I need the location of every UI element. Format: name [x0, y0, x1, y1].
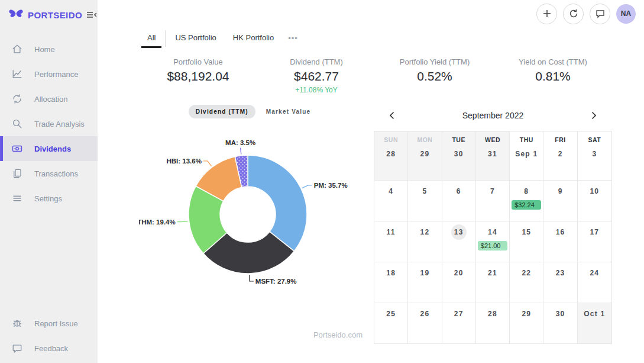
calendar-day-number: Sep 1	[515, 146, 538, 162]
toggle-market-value[interactable]: Market Value	[259, 105, 318, 118]
sidebar-item-settings[interactable]: Settings	[0, 186, 98, 211]
calendar-day-cell: 20	[442, 262, 476, 303]
sidebar-item-label: Transactions	[34, 169, 78, 178]
stat-yield-on-cost-ttm: Yield on Cost (TTM)0.81%	[494, 57, 612, 94]
donut-label-line	[177, 221, 188, 221]
calendar-day-number: 21	[485, 265, 500, 281]
messages-button[interactable]	[590, 4, 610, 24]
sidebar-item-trade-analysis[interactable]: Trade Analysis	[0, 111, 98, 136]
transactions-icon	[11, 168, 23, 179]
sidebar-item-transactions[interactable]: Transactions	[0, 161, 98, 186]
calendar-day-cell: 14$21.00	[476, 221, 510, 262]
tab-all[interactable]: All	[139, 28, 164, 48]
calendar-prev-icon[interactable]	[388, 111, 396, 120]
tabs-overflow-icon[interactable]: •••	[282, 29, 304, 47]
tab-us-portfolio[interactable]: US Portfolio	[167, 28, 224, 48]
dividend-amount-badge[interactable]: $32.24	[512, 200, 541, 210]
calendar-day-header-thu: THU	[510, 131, 543, 143]
donut-label-line	[250, 275, 254, 281]
refresh-button[interactable]	[563, 4, 584, 24]
calendar-day-cell: 11	[374, 221, 408, 262]
donut-slice-pm[interactable]	[248, 155, 307, 251]
sidebar-collapse-icon[interactable]	[86, 11, 97, 19]
stat-label: Portfolio Value	[139, 57, 257, 66]
add-button[interactable]	[536, 4, 557, 24]
calendar-day-cell: 29	[408, 143, 442, 180]
stat-value: 0.81%	[494, 69, 612, 83]
calendar-next-icon[interactable]	[590, 111, 598, 120]
calendar-day-number: 14	[485, 224, 500, 240]
stat-label: Dividend (TTM)	[257, 57, 376, 66]
calendar-day-cell: 25	[374, 303, 408, 343]
main-content: NA AllUS PortfolioHK Portfolio••• Portfo…	[98, 0, 644, 363]
donut-label-msft: MSFT: 27.9%	[255, 278, 297, 285]
calendar-day-number: 6	[451, 184, 467, 199]
calendar-day-number: 2	[553, 146, 568, 162]
calendar-day-cell: 17	[578, 221, 611, 262]
calendar-day-cell: 13	[442, 221, 476, 262]
calendar-day-header-wed: WED	[476, 131, 510, 143]
calendar-day-cell: 23	[543, 262, 577, 303]
donut-label-line	[302, 185, 312, 188]
stat-dividend-ttm: Dividend (TTM)$462.77+11.08% YoY	[257, 57, 376, 94]
refresh-icon	[569, 9, 578, 18]
stat-value: $462.77	[257, 69, 376, 83]
toggle-dividend-ttm[interactable]: Dividend (TTM)	[189, 105, 255, 118]
calendar-day-cell: Oct 1	[578, 303, 611, 343]
calendar-day-cell: 28	[374, 143, 408, 180]
calendar-day-cell: 16	[543, 221, 577, 262]
calendar-day-number: 28	[485, 306, 500, 322]
calendar-day-cell: 8$32.24	[510, 180, 543, 221]
dividend-amount-badge[interactable]: $21.00	[478, 241, 507, 250]
sidebar-item-label: Home	[34, 45, 55, 54]
calendar-title: September 2022	[462, 111, 524, 120]
sidebar-item-allocation[interactable]: Allocation	[0, 86, 98, 111]
calendar-day-cell: 30	[543, 303, 577, 343]
sidebar-item-dividends[interactable]: Dividends	[0, 136, 98, 161]
watermark: Portseido.com	[139, 330, 367, 344]
home-icon	[11, 43, 23, 55]
stat-portfolio-yield-ttm: Portfolio Yield (TTM)0.52%	[376, 57, 494, 94]
calendar-day-number: 24	[587, 265, 602, 281]
calendar-day-cell: 30	[442, 143, 476, 180]
calendar-day-cell: 21	[476, 262, 510, 303]
sidebar-item-home[interactable]: Home	[0, 37, 98, 62]
calendar-day-cell: 28	[476, 303, 510, 343]
calendar-day-number: 30	[553, 306, 568, 322]
calendar-day-cell: 10	[578, 180, 611, 221]
sidebar-item-label: Feedback	[34, 344, 68, 353]
sidebar-footer: Report IssueFeedback	[0, 311, 98, 361]
dividends-icon	[11, 143, 23, 155]
calendar-day-number: 29	[519, 306, 534, 322]
calendar-day-header-sun: SUN	[374, 131, 408, 143]
donut-label-line	[241, 148, 241, 155]
sidebar-item-report-issue[interactable]: Report Issue	[0, 311, 98, 336]
calendar-day-cell: 22	[510, 262, 543, 303]
calendar-day-number: 30	[451, 146, 467, 162]
calendar-day-cell: 18	[374, 262, 408, 303]
user-avatar[interactable]: NA	[616, 4, 636, 24]
sidebar-item-feedback[interactable]: Feedback	[0, 336, 98, 361]
donut-label-ma: MA: 3.5%	[225, 139, 255, 146]
sidebar-item-label: Performance	[34, 70, 78, 79]
calendar-day-cell: 7	[476, 180, 510, 221]
calendar-day-number: 26	[417, 306, 432, 322]
calendar-day-number: 12	[417, 224, 432, 240]
calendar-day-cell: 31	[476, 143, 510, 180]
chart-mode-toggle: Dividend (TTM)Market Value	[139, 105, 367, 118]
calendar-day-number: 27	[451, 306, 467, 322]
sidebar-item-performance[interactable]: Performance	[0, 62, 98, 86]
allocation-icon	[11, 93, 23, 105]
calendar-day-cell: 6	[442, 180, 476, 221]
stat-change-badge: +11.08% YoY	[257, 86, 376, 94]
calendar-day-cell: 9	[543, 180, 577, 221]
chart-panel: Dividend (TTM)Market Value PM: 35.7%MSFT…	[139, 100, 367, 344]
donut-label-pm: PM: 35.7%	[314, 182, 348, 189]
tab-hk-portfolio[interactable]: HK Portfolio	[225, 28, 282, 48]
calendar-day-number: 20	[451, 265, 467, 281]
calendar-day-header-sat: SAT	[578, 131, 611, 143]
calendar-day-header-tue: TUE	[442, 131, 476, 143]
sidebar-item-label: Settings	[34, 194, 62, 203]
logo[interactable]: PORTSEIDO	[0, 0, 98, 27]
calendar-day-number: 19	[417, 265, 432, 281]
